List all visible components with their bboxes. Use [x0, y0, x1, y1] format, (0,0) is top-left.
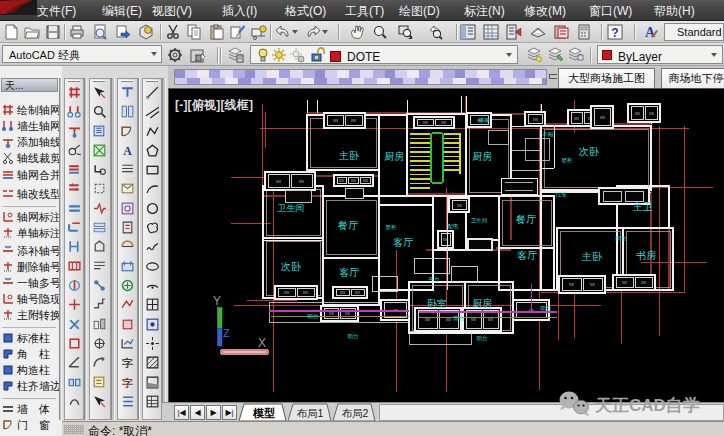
- svg-text:X: X: [258, 336, 266, 350]
- svg-text:字: 字: [121, 377, 133, 389]
- svg-text:模型: 模型: [252, 407, 275, 419]
- svg-text:Y: Y: [213, 294, 221, 308]
- svg-text:阳台: 阳台: [348, 333, 359, 340]
- svg-text:A: A: [123, 145, 132, 158]
- svg-text:主卫: 主卫: [632, 201, 653, 212]
- svg-text:次卧: 次卧: [579, 146, 600, 157]
- svg-text:餐厅: 餐厅: [338, 220, 358, 231]
- svg-text:厨房: 厨房: [384, 151, 404, 162]
- svg-text:次卧: 次卧: [281, 261, 302, 272]
- svg-text:阳台: 阳台: [454, 315, 465, 322]
- svg-text:阳台: 阳台: [477, 335, 488, 342]
- svg-text:配电: 配电: [448, 223, 460, 230]
- svg-text:过道: 过道: [556, 191, 568, 197]
- svg-text:餐厅: 餐厅: [516, 214, 536, 225]
- svg-text:?: ?: [611, 26, 618, 40]
- svg-text:衣帽: 衣帽: [543, 131, 555, 138]
- svg-text:布局1: 布局1: [297, 407, 324, 419]
- svg-text:楼梯: 楼梯: [479, 117, 491, 123]
- svg-text:壁柜: 壁柜: [385, 224, 398, 230]
- svg-text:书房: 书房: [636, 250, 656, 261]
- svg-text:卫生间: 卫生间: [277, 203, 305, 213]
- svg-text:主卧: 主卧: [338, 150, 360, 161]
- svg-text:厨房: 厨房: [472, 151, 492, 162]
- svg-text:客厅: 客厅: [393, 237, 413, 248]
- svg-text:阳台: 阳台: [308, 313, 319, 320]
- svg-text:布局2: 布局2: [342, 407, 369, 419]
- svg-text:平台: 平台: [429, 276, 440, 282]
- svg-text:卫生间: 卫生间: [471, 217, 488, 224]
- svg-text:卧室: 卧室: [427, 298, 447, 309]
- svg-text:字: 字: [121, 357, 133, 369]
- svg-text:阳台: 阳台: [541, 305, 552, 312]
- svg-text:A: A: [645, 25, 656, 40]
- svg-text:壁柜: 壁柜: [561, 157, 574, 163]
- svg-text:客厅: 客厅: [517, 250, 537, 261]
- svg-text:阳台: 阳台: [616, 235, 627, 242]
- svg-text:客厅: 客厅: [339, 267, 359, 278]
- svg-text:Z: Z: [223, 327, 230, 339]
- svg-text:主卧: 主卧: [581, 251, 603, 262]
- svg-text:厨房: 厨房: [472, 298, 492, 309]
